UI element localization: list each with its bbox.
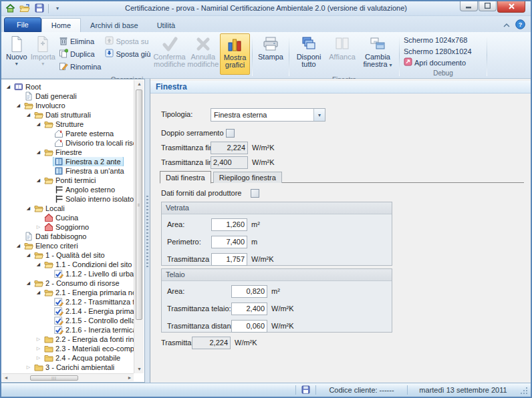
produttore-checkbox[interactable]	[251, 189, 259, 198]
tree-item-content[interactable]: Strutture	[43, 120, 86, 129]
tree-item[interactable]: ◢1 - Qualità del sito	[3, 250, 134, 260]
tree-item-content[interactable]: Cucina	[43, 213, 81, 222]
collapse-arrow-icon[interactable]: ◢	[34, 178, 43, 183]
tab-archivi-di-base[interactable]: Archivi di base	[81, 19, 148, 32]
expand-arrow-icon[interactable]: ▷	[24, 365, 33, 370]
cambia-finestra-button[interactable]: Cambia finestra ▾	[358, 33, 397, 75]
tree-item-content[interactable]: Finestre	[43, 148, 85, 157]
stampa-button[interactable]: Stampa	[255, 33, 287, 75]
tree-item-content[interactable]: Dati strutturali	[33, 110, 94, 120]
doppio-serramento-checkbox[interactable]	[226, 129, 235, 138]
tree-item[interactable]: ◢Elenco criteri	[3, 241, 134, 250]
collapse-arrow-icon[interactable]: ◢	[34, 122, 43, 127]
tree-vertical-scrollbar[interactable]: ▲ ≡ ▼	[134, 80, 144, 373]
schermo-1280-button[interactable]: Schermo 1280x1024	[402, 45, 485, 57]
collapse-arrow-icon[interactable]: ◢	[24, 280, 33, 286]
tree-item-content[interactable]: Dati generali	[23, 91, 80, 101]
tree-item-content[interactable]: Divisorio tra locali riscaldati	[53, 138, 134, 148]
trasmittanza-vetro-field[interactable]: 1,757	[211, 253, 247, 266]
expand-arrow-icon[interactable]: ▷	[34, 355, 43, 361]
tree-item[interactable]: 1.1.2 - Livello di urbanizzaz	[3, 269, 134, 278]
vetrata-area-field[interactable]: 1,260	[211, 218, 247, 231]
tree-item-content[interactable]: Ponti termici	[43, 176, 99, 185]
collapse-arrow-icon[interactable]: ◢	[24, 112, 33, 118]
trasmittanza-finestra-field[interactable]: 2,224	[211, 142, 248, 154]
tree-item[interactable]: 2.1.2 - Trasmittanza termi	[3, 297, 134, 307]
tree-item[interactable]: ▷Soggiorno	[3, 222, 134, 232]
tree-item-content[interactable]: Finestra a un'anta	[53, 166, 127, 176]
panel-splitter[interactable]	[145, 79, 150, 383]
tree-item-content[interactable]: Involucro	[23, 101, 68, 110]
tree-item[interactable]: Divisorio tra locali riscaldati	[3, 138, 134, 148]
collapse-arrow-icon[interactable]: ◢	[14, 243, 23, 248]
tree-item-content[interactable]: Root	[13, 82, 43, 91]
minimize-ribbon-button[interactable]	[503, 21, 510, 29]
tree-item[interactable]: Parete esterna	[3, 129, 134, 138]
tree-horizontal-scrollbar[interactable]: ◄ ||| ►	[2, 373, 134, 381]
tree-item[interactable]: 2.1.5 - Controllo della radia	[3, 316, 134, 325]
trasmittanza-limite-field[interactable]: 2,400	[211, 156, 248, 169]
tree-item[interactable]: ◢Root	[3, 82, 134, 91]
tree-item-content[interactable]: 1.1 - Condizioni del sito	[43, 260, 134, 269]
tree-item-content[interactable]: Soggiorno	[43, 222, 92, 232]
tree-item-content[interactable]: 2.3 - Materiali eco-compatibili	[43, 344, 134, 353]
tree-item-content[interactable]: 2.1.5 - Controllo della radia	[53, 316, 134, 325]
collapse-arrow-icon[interactable]: ◢	[4, 84, 13, 89]
tree-item-content[interactable]: 1.1.2 - Livello di urbanizzaz	[53, 269, 134, 278]
close-button[interactable]	[497, 1, 525, 13]
tree-item[interactable]: Angolo esterno	[3, 185, 134, 194]
rinomina-button[interactable]: Rinomina	[57, 61, 103, 72]
tree-item[interactable]: ◢Ponti termici	[3, 176, 134, 185]
tree-item[interactable]: 2.1.6 - Inerzia termica dell	[3, 325, 134, 335]
tree-item[interactable]: Dati fabbisogno	[3, 232, 134, 241]
tree-item[interactable]: ▷3 - Carichi ambientali	[3, 363, 134, 372]
tree-item-content[interactable]: 2.1.2 - Trasmittanza termi	[53, 297, 134, 307]
tree-item[interactable]: ◢1.1 - Condizioni del sito	[3, 260, 134, 269]
tree-item[interactable]: Cucina	[3, 213, 134, 222]
tree-item-content[interactable]: Elenco criteri	[23, 241, 81, 250]
mostra-grafici-button[interactable]: Mostra grafici	[220, 33, 250, 75]
tab-file[interactable]: File	[4, 17, 41, 32]
tree-item[interactable]: ◢Strutture	[3, 120, 134, 129]
tipologia-dropdown-button[interactable]: ▾	[313, 109, 325, 121]
tree-item-content[interactable]: Locali	[33, 204, 68, 213]
scroll-up-icon[interactable]: ▲	[134, 80, 144, 88]
tree-item-content[interactable]: Angolo esterno	[53, 185, 118, 194]
tree-item-content[interactable]: 2.2 - Energia da fonti rinnovab	[43, 335, 134, 344]
tree-item[interactable]: ◢Locali	[3, 204, 134, 213]
tree-item[interactable]: ▷2.3 - Materiali eco-compatibili	[3, 344, 134, 353]
tree-item[interactable]: ◢2.1 - Energia primaria non rinn	[3, 288, 134, 297]
tree-item-content[interactable]: 2.1.6 - Inerzia termica dell	[53, 325, 134, 335]
duplica-button[interactable]: Duplica	[57, 48, 103, 59]
tree-item[interactable]: ◢Dati strutturali	[3, 110, 134, 120]
sposta-giu-button[interactable]: Sposta giù	[103, 48, 152, 59]
trasmittanza-telaio-field[interactable]: 2,400	[231, 303, 267, 315]
tab-riepilogo-finestra[interactable]: Riepilogo finestra	[213, 172, 282, 183]
elimina-button[interactable]: Elimina	[57, 35, 103, 47]
tree-item[interactable]: Solaio interno isolato all'est	[3, 194, 134, 204]
trasmittanza-distanziatore-field[interactable]: 0,060	[231, 320, 267, 333]
tree-item-selected[interactable]: Finestra a 2 ante	[53, 157, 124, 166]
tree-item[interactable]: ◢Involucro	[3, 101, 134, 110]
vertical-scroll-thumb[interactable]: ≡	[136, 89, 142, 320]
tipologia-select[interactable]: Finestra esterna ▾	[211, 108, 325, 122]
resize-grip[interactable]	[520, 387, 529, 396]
scroll-right-icon[interactable]: ►	[126, 374, 134, 382]
tree-item-content[interactable]: 2 - Consumo di risorse	[33, 278, 122, 288]
tab-dati-finestra[interactable]: Dati finestra	[160, 171, 211, 184]
tab-utilita[interactable]: Utilità	[148, 19, 185, 32]
collapse-arrow-icon[interactable]: ◢	[24, 206, 33, 211]
tree-item-content[interactable]: 2.1 - Energia primaria non rinn	[43, 288, 134, 297]
expand-arrow-icon[interactable]: ▷	[34, 346, 43, 351]
tree-item-content[interactable]: 2.1.4 - Energia primaria pe	[53, 307, 134, 316]
trasmittanza-field[interactable]: 2,224	[192, 337, 231, 349]
tab-home[interactable]: Home	[41, 18, 81, 32]
disponi-tutto-button[interactable]: Disponi tutto	[291, 33, 326, 75]
expand-arrow-icon[interactable]: ▷	[34, 337, 43, 342]
maximize-button[interactable]	[479, 1, 497, 11]
scroll-left-icon[interactable]: ◄	[2, 374, 10, 382]
tree-item[interactable]: ▷2.4 - Acqua potabile	[3, 353, 134, 363]
tree-item[interactable]: Finestra a un'anta	[3, 166, 134, 176]
help-button[interactable]: ?	[515, 19, 525, 31]
schermo-1024-button[interactable]: Schermo 1024x768	[402, 34, 485, 45]
